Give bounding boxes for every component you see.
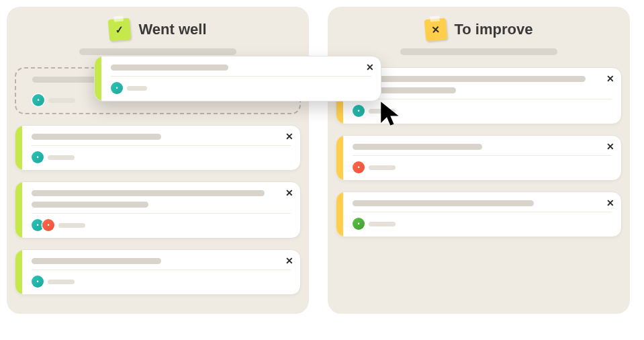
cursor-icon bbox=[377, 99, 406, 128]
avatar: • bbox=[353, 218, 365, 230]
avatar: • bbox=[32, 151, 44, 163]
close-icon[interactable]: ✕ bbox=[606, 73, 614, 84]
column-went-well: ✓ Went well • ✕ • bbox=[7, 7, 309, 314]
column-header: ✓ Went well bbox=[15, 19, 301, 40]
avatar: • bbox=[353, 161, 365, 173]
retro-card[interactable]: ✕ • bbox=[15, 249, 301, 295]
add-card-bar[interactable] bbox=[400, 48, 557, 55]
close-icon[interactable]: ✕ bbox=[606, 141, 614, 152]
check-icon: ✓ bbox=[115, 23, 125, 36]
avatar: • bbox=[32, 94, 44, 106]
avatar: • bbox=[111, 82, 123, 94]
close-icon[interactable]: ✕ bbox=[606, 198, 614, 208]
dragging-card[interactable]: ✕ • bbox=[94, 56, 381, 101]
column-title: Went well bbox=[138, 21, 206, 38]
close-icon[interactable]: ✕ bbox=[285, 131, 293, 142]
close-icon[interactable]: ✕ bbox=[285, 187, 293, 198]
retro-card[interactable]: ✕ • bbox=[336, 135, 622, 181]
add-card-bar[interactable] bbox=[79, 48, 236, 55]
close-icon[interactable]: ✕ bbox=[285, 255, 293, 266]
avatar: • bbox=[42, 219, 54, 231]
retro-board: ✓ Went well • ✕ • bbox=[0, 0, 644, 321]
close-icon[interactable]: ✕ bbox=[366, 62, 374, 73]
x-icon: ✕ bbox=[430, 23, 441, 36]
column-to-improve: ✕ To improve ✕ • ✕ bbox=[328, 7, 630, 314]
retro-card[interactable]: ✕ • bbox=[336, 192, 622, 237]
avatar: • bbox=[32, 275, 44, 288]
retro-card[interactable]: ✕ • bbox=[15, 125, 301, 171]
sticky-note-icon: ✕ bbox=[424, 18, 447, 42]
column-title: To improve bbox=[455, 21, 533, 38]
sticky-note-icon: ✓ bbox=[108, 18, 132, 42]
column-header: ✕ To improve bbox=[336, 19, 622, 40]
avatar: • bbox=[353, 105, 365, 117]
retro-card[interactable]: ✕ • • bbox=[15, 181, 301, 239]
